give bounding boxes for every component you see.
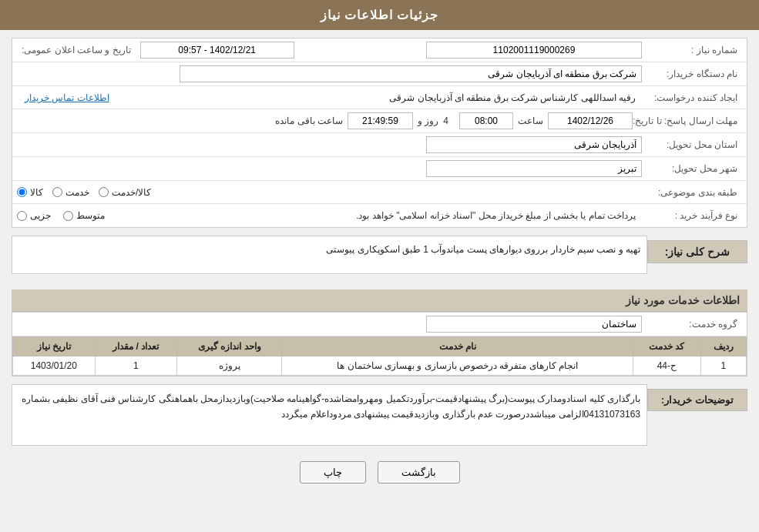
category-khidmat[interactable]: خدمت <box>52 187 89 198</box>
category-kala-radio[interactable] <box>17 187 27 197</box>
main-content: شماره نیاز : تاریخ و ساعت اعلان عمومی: ن… <box>0 30 759 503</box>
service-section: گروه خدمت: ردیف کد خدمت نام خدمت واحد ان… <box>12 312 747 376</box>
category-kala-khidmat-label: کالا/خدمت <box>112 187 151 198</box>
buyer-station-row: نام دستگاه خریدار: <box>12 62 747 86</box>
province-row: استان محل تحویل: <box>12 133 747 157</box>
col-code: کد خدمت <box>633 337 701 356</box>
response-days-label: روز و <box>418 115 438 126</box>
announce-value-input[interactable] <box>140 42 294 59</box>
need-description-box: تهیه و نصب سیم خاردار برروی دیوارهای پست… <box>12 236 647 274</box>
cell-name: انجام کارهای متفرقه درخصوص بازسازی و بهس… <box>282 356 633 376</box>
need-number-label: شماره نیاز : <box>642 45 742 55</box>
buyer-station-input[interactable] <box>180 65 642 82</box>
purchase-type-motavaset-label: متوسط <box>76 210 105 221</box>
page-wrapper: جزئیات اطلاعات نیاز شماره نیاز : تاریخ و… <box>0 0 759 532</box>
purchase-type-jozyi-radio[interactable] <box>17 211 27 221</box>
purchase-type-row: نوع فرآیند خرید : جزیی متوسط پرداخت تمام… <box>12 204 747 227</box>
response-date-input[interactable] <box>548 112 633 129</box>
category-label: طبقه بندی موضوعی: <box>642 187 742 198</box>
buyer-station-label: نام دستگاه خریدار: <box>642 69 742 79</box>
col-name: نام خدمت <box>282 337 633 356</box>
buyer-notes-box: بارگذاری کلیه اسنادومدارک پیوست(برگ پیشن… <box>12 384 647 446</box>
cell-code: ح-44 <box>633 356 701 376</box>
response-time-label: ساعت <box>518 115 543 126</box>
services-table: ردیف کد خدمت نام خدمت واحد اندازه گیری ت… <box>12 336 747 376</box>
purchase-type-jozyi[interactable]: جزیی <box>17 210 51 221</box>
category-kala-label: کالا <box>30 187 43 198</box>
creator-row: ایجاد کننده درخواست: رفیه اسداللهی کارشن… <box>12 86 747 109</box>
response-remaining-input[interactable] <box>348 112 413 129</box>
announce-label: تاریخ و ساعت اعلان عمومی: <box>22 45 136 55</box>
purchase-type-motavaset-radio[interactable] <box>63 211 73 221</box>
category-kala[interactable]: کالا <box>17 187 43 198</box>
page-header: جزئیات اطلاعات نیاز <box>0 0 759 30</box>
service-group-input[interactable] <box>426 316 642 333</box>
contact-link[interactable]: اطلاعات تماس خریدار <box>25 92 109 103</box>
response-deadline-row: مهلت ارسال پاسخ: تا تاریخ: ساعت 4 روز و … <box>12 109 747 133</box>
province-input[interactable] <box>426 136 642 153</box>
city-input[interactable] <box>426 160 642 177</box>
service-group-row: گروه خدمت: <box>12 313 747 336</box>
category-radio-group: کالا/خدمت خدمت کالا <box>17 187 642 198</box>
province-label: استان محل تحویل: <box>642 139 742 150</box>
city-label: شهر محل تحویل: <box>642 163 742 174</box>
services-section-title: اطلاعات خدمات مورد نیاز <box>12 289 747 312</box>
print-button[interactable]: چاپ <box>300 461 366 483</box>
col-row: ردیف <box>700 337 746 356</box>
response-remaining-label: ساعت باقی مانده <box>275 115 343 126</box>
table-row: 1 ح-44 انجام کارهای متفرقه درخصوص بازساز… <box>13 356 747 376</box>
col-date: تاریخ نیاز <box>13 337 96 356</box>
response-deadline-label: مهلت ارسال پاسخ: تا تاریخ: <box>633 115 742 126</box>
city-row: شهر محل تحویل: <box>12 157 747 181</box>
need-description-section: شرح کلی نیاز: تهیه و نصب سیم خاردار بررو… <box>12 236 747 282</box>
purchase-type-jozyi-label: جزیی <box>30 210 51 221</box>
category-kala-khidmat[interactable]: کالا/خدمت <box>99 187 151 198</box>
need-number-input[interactable] <box>426 42 642 59</box>
col-quantity: تعداد / مقدار <box>95 337 176 356</box>
purchase-type-notice: پرداخت تمام یا بخشی از مبلغ خریداز محل "… <box>117 210 642 221</box>
buttons-row: بازگشت چاپ <box>12 461 747 483</box>
table-header-row: ردیف کد خدمت نام خدمت واحد اندازه گیری ت… <box>13 337 747 356</box>
cell-unit: پروژه <box>177 356 282 376</box>
col-unit: واحد اندازه گیری <box>177 337 282 356</box>
header-title: جزئیات اطلاعات نیاز <box>321 8 439 22</box>
category-khidmat-label: خدمت <box>65 187 89 198</box>
purchase-type-radio-group: جزیی متوسط پرداخت تمام یا بخشی از مبلغ خ… <box>17 210 642 221</box>
service-group-label: گروه خدمت: <box>642 319 742 330</box>
creator-label: ایجاد کننده درخواست: <box>642 92 742 103</box>
need-number-row: شماره نیاز : تاریخ و ساعت اعلان عمومی: <box>12 38 747 62</box>
purchase-type-motavaset[interactable]: متوسط <box>63 210 105 221</box>
category-khidmat-radio[interactable] <box>52 187 62 197</box>
cell-row: 1 <box>700 356 746 376</box>
category-row: طبقه بندی موضوعی: کالا/خدمت خدمت کالا <box>12 181 747 204</box>
info-section: شماره نیاز : تاریخ و ساعت اعلان عمومی: ن… <box>12 38 747 228</box>
cell-quantity: 1 <box>95 356 176 376</box>
purchase-type-label: نوع فرآیند خرید : <box>642 210 742 221</box>
need-description-title: شرح کلی نیاز: <box>647 236 747 263</box>
cell-date: 1403/01/20 <box>13 356 96 376</box>
need-description-label: شرح کلی نیاز: <box>647 240 747 263</box>
buyer-notes-label-wrap: توضیحات خریدار: <box>647 384 747 411</box>
buyer-notes-section: توضیحات خریدار: بارگذاری کلیه اسنادومدار… <box>12 384 747 453</box>
buyer-notes-label: توضیحات خریدار: <box>647 389 747 411</box>
response-days-value: 4 <box>443 115 448 126</box>
back-button[interactable]: بازگشت <box>378 461 460 483</box>
category-kala-khidmat-radio[interactable] <box>99 187 109 197</box>
creator-value: رفیه اسداللهی کارشناس شرکت برق منطقه ای … <box>109 92 642 103</box>
response-time-input[interactable] <box>459 112 513 129</box>
